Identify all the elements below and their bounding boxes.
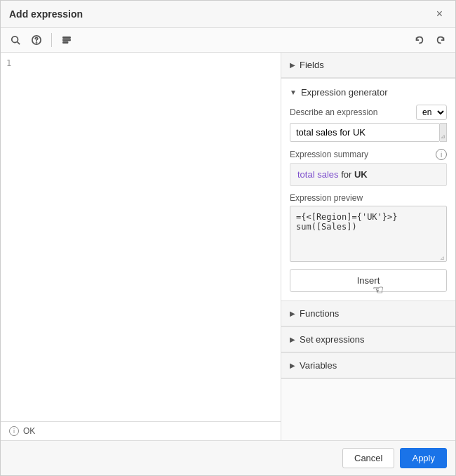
expression-summary-box: total sales for UK xyxy=(290,163,447,186)
help-icon[interactable] xyxy=(27,31,46,49)
svg-rect-4 xyxy=(63,37,71,39)
summary-label: Expression summary xyxy=(290,150,368,159)
expression-generator-section: ▼ Expression generator Describe an expre… xyxy=(281,79,455,301)
search-icon[interactable] xyxy=(6,31,25,49)
cancel-button[interactable]: Cancel xyxy=(342,448,394,468)
preview-wrapper: ={<[Region]={'UK'}>} sum([Sales]) ⊿ xyxy=(290,206,447,262)
add-expression-dialog: Add expression × xyxy=(0,0,456,476)
redo-icon[interactable] xyxy=(431,31,450,49)
fields-section: ▶ Fields xyxy=(281,53,455,79)
status-info-icon[interactable]: i xyxy=(9,426,19,436)
toolbar xyxy=(1,28,455,53)
close-button[interactable]: × xyxy=(432,6,447,22)
resize-handle[interactable]: ⊿ xyxy=(440,123,447,142)
insert-button[interactable]: Insert xyxy=(290,269,447,292)
editor-content[interactable]: 1 xyxy=(1,53,281,421)
describe-label: Describe an expression xyxy=(290,107,377,117)
insert-btn-wrapper: Insert ☞ xyxy=(290,269,447,292)
right-panel-spacer xyxy=(281,379,455,440)
apply-button[interactable]: Apply xyxy=(400,448,447,468)
fields-chevron-icon: ▶ xyxy=(290,61,295,69)
svg-rect-6 xyxy=(63,42,68,44)
preview-label: Expression preview xyxy=(290,193,447,203)
summary-bold-text: UK xyxy=(354,169,368,180)
language-select[interactable]: en fr de es xyxy=(416,105,447,120)
svg-point-3 xyxy=(36,42,37,43)
describe-input-row: ⊿ xyxy=(290,123,447,142)
right-panel: ▶ Fields ▼ Expression generator Describe… xyxy=(281,53,455,440)
toolbar-divider xyxy=(51,33,52,47)
functions-section: ▶ Functions xyxy=(281,301,455,327)
expression-generator-header[interactable]: ▼ Expression generator xyxy=(290,87,447,98)
variables-chevron-icon: ▶ xyxy=(290,362,295,369)
svg-rect-5 xyxy=(63,39,71,41)
svg-line-1 xyxy=(18,42,20,45)
line-number: 1 xyxy=(6,58,11,68)
editor-pane: 1 i OK xyxy=(1,53,281,440)
describe-label-row: Describe an expression en fr de es xyxy=(290,105,447,120)
ok-link[interactable]: OK xyxy=(23,426,35,436)
fields-label: Fields xyxy=(300,60,324,70)
summary-purple-text: total sales xyxy=(297,169,339,180)
set-expressions-section: ▶ Set expressions xyxy=(281,327,455,353)
fields-section-header[interactable]: ▶ Fields xyxy=(281,53,455,78)
summary-for-text: for xyxy=(341,169,354,180)
expression-preview-box[interactable]: ={<[Region]={'UK'}>} sum([Sales]) xyxy=(290,206,447,262)
svg-point-0 xyxy=(12,37,18,43)
describe-input[interactable] xyxy=(290,123,440,142)
preview-resize-corner: ⊿ xyxy=(440,255,445,260)
variables-label: Variables xyxy=(300,360,337,371)
summary-label-row: Expression summary i xyxy=(290,149,447,160)
set-expressions-label: Set expressions xyxy=(300,334,365,345)
eg-chevron-icon: ▼ xyxy=(290,88,297,96)
functions-section-header[interactable]: ▶ Functions xyxy=(281,301,455,326)
summary-info-icon[interactable]: i xyxy=(436,149,447,160)
functions-chevron-icon: ▶ xyxy=(290,310,295,317)
expression-generator-label: Expression generator xyxy=(301,87,388,98)
editor-footer: i OK xyxy=(1,421,281,440)
dialog-title: Add expression xyxy=(9,8,83,20)
functions-label: Functions xyxy=(300,308,339,319)
main-area: 1 i OK ▶ Fields ▼ Expression generator xyxy=(1,53,455,440)
comment-icon[interactable] xyxy=(58,31,76,49)
dialog-footer: Cancel Apply xyxy=(1,440,455,475)
undo-icon[interactable] xyxy=(410,31,429,49)
variables-section: ▶ Variables xyxy=(281,353,455,379)
set-expressions-section-header[interactable]: ▶ Set expressions xyxy=(281,327,455,352)
dialog-header: Add expression × xyxy=(1,1,455,28)
variables-section-header[interactable]: ▶ Variables xyxy=(281,353,455,378)
set-expressions-chevron-icon: ▶ xyxy=(290,336,295,343)
